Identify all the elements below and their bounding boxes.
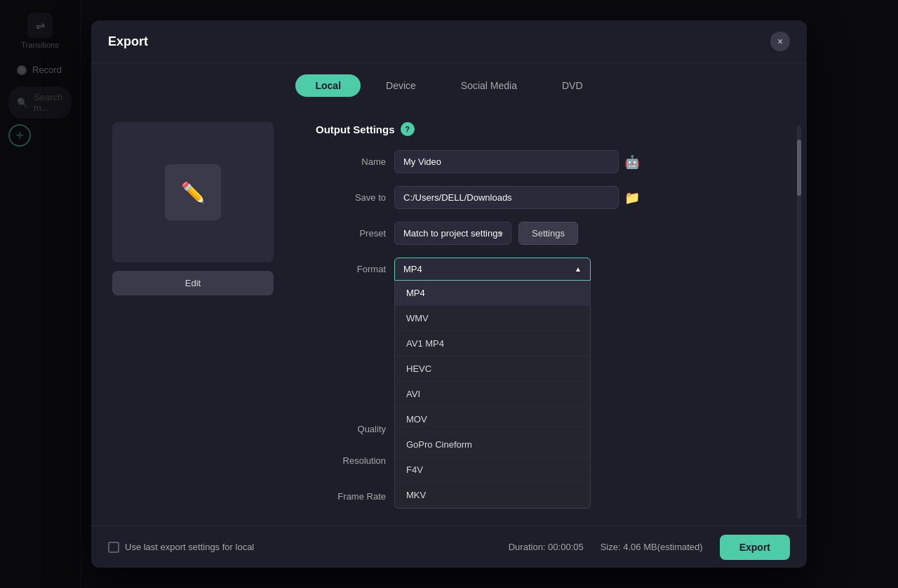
section-title: Output Settings ? xyxy=(316,122,786,136)
modal-header: Export × xyxy=(91,20,807,63)
preview-panel: ✏️ Edit xyxy=(91,108,295,564)
duration-info: Duration: 00:00:05 xyxy=(509,542,584,552)
section-icon: ? xyxy=(401,122,415,136)
format-option-mov[interactable]: MOV xyxy=(395,407,590,432)
preset-label: Preset xyxy=(316,228,386,239)
folder-icon[interactable]: 📁 xyxy=(624,190,640,206)
format-label: Format xyxy=(316,264,386,274)
tab-device[interactable]: Device xyxy=(366,74,436,97)
format-row: Format MP4 ▲ MP4 WMV AV1 MP4 HEVC AVI MO… xyxy=(316,258,786,281)
format-select-display[interactable]: MP4 ▲ xyxy=(394,258,591,281)
modal-title: Export xyxy=(108,34,148,49)
tab-local[interactable]: Local xyxy=(295,74,361,97)
tab-dvd[interactable]: DVD xyxy=(542,74,603,97)
format-option-avi[interactable]: AVI xyxy=(395,382,590,407)
ai-rename-icon[interactable]: 🤖 xyxy=(624,154,640,170)
format-chevron-icon: ▲ xyxy=(575,265,582,273)
save-to-label: Save to xyxy=(316,192,386,203)
format-option-mp4[interactable]: MP4 xyxy=(395,281,590,306)
format-option-gopro[interactable]: GoPro Cineform xyxy=(395,432,590,457)
frame-rate-label: Frame Rate xyxy=(316,491,386,502)
footer-center: Duration: 00:00:05 Size: 4.06 MB(estimat… xyxy=(509,535,790,560)
format-option-av1mp4[interactable]: AV1 MP4 xyxy=(395,331,590,356)
format-dropdown: MP4 WMV AV1 MP4 HEVC AVI MOV GoPro Cinef… xyxy=(394,281,591,509)
resolution-label: Resolution xyxy=(316,455,386,466)
preset-select-wrapper: Match to project settings xyxy=(394,222,511,245)
last-settings-label: Use last export settings for local xyxy=(125,542,254,552)
tab-bar: Local Device Social Media DVD xyxy=(91,63,807,108)
export-modal: Export × Local Device Social Media DVD ✏… xyxy=(91,20,807,568)
save-to-row: Save to 📁 xyxy=(316,186,786,209)
scroll-thumb xyxy=(797,140,801,196)
format-option-f4v[interactable]: F4V xyxy=(395,457,590,483)
format-option-wmv[interactable]: WMV xyxy=(395,306,590,331)
format-option-mkv[interactable]: MKV xyxy=(395,483,590,508)
save-to-input[interactable] xyxy=(394,186,619,209)
settings-panel: Output Settings ? Name 🤖 Save to 📁 xyxy=(295,108,807,564)
format-selected-value: MP4 xyxy=(403,264,422,274)
preset-select[interactable]: Match to project settings xyxy=(394,222,511,245)
name-label: Name xyxy=(316,156,386,167)
preview-icon: ✏️ xyxy=(165,164,221,220)
size-info: Size: 4.06 MB(estimated) xyxy=(601,542,703,552)
section-title-text: Output Settings xyxy=(316,123,395,135)
modal-body: ✏️ Edit Output Settings ? Name 🤖 Save to xyxy=(91,108,807,564)
last-settings-checkbox[interactable] xyxy=(108,542,119,553)
export-button[interactable]: Export xyxy=(720,535,790,560)
close-button[interactable]: × xyxy=(770,32,790,51)
save-to-input-group: 📁 xyxy=(394,186,647,209)
footer-left: Use last export settings for local xyxy=(108,542,254,553)
name-input[interactable] xyxy=(394,150,619,173)
scroll-track[interactable] xyxy=(797,126,801,519)
format-option-hevc[interactable]: HEVC xyxy=(395,356,590,382)
preview-thumbnail: ✏️ xyxy=(112,122,274,262)
settings-button[interactable]: Settings xyxy=(518,222,578,245)
name-row: Name 🤖 xyxy=(316,150,786,173)
last-settings-checkbox-wrapper[interactable]: Use last export settings for local xyxy=(108,542,254,553)
modal-footer: Use last export settings for local Durat… xyxy=(91,526,807,568)
tab-social-media[interactable]: Social Media xyxy=(441,74,537,97)
format-select-wrapper: MP4 ▲ MP4 WMV AV1 MP4 HEVC AVI MOV GoPro… xyxy=(394,258,591,281)
edit-button[interactable]: Edit xyxy=(112,271,274,295)
quality-label: Quality xyxy=(316,424,386,434)
name-input-group: 🤖 xyxy=(394,150,647,173)
preset-row: Preset Match to project settings Setting… xyxy=(316,222,786,245)
